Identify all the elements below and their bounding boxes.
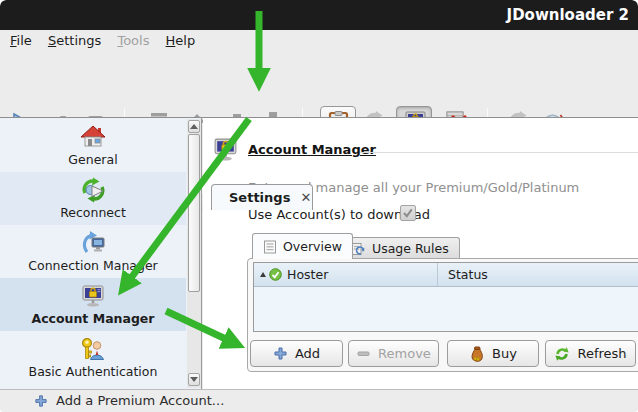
- key-user-icon: [80, 336, 106, 362]
- page-title: Account Manager: [248, 142, 376, 157]
- status-text: Add a Premium Account...: [56, 390, 224, 412]
- refresh-button[interactable]: Refresh: [545, 340, 636, 367]
- column-label: Status: [448, 267, 488, 282]
- tab-label: Overview: [283, 239, 342, 254]
- tab-overview[interactable]: Overview: [252, 233, 353, 259]
- menu-settings[interactable]: Settings: [42, 32, 107, 49]
- sidebar-scrollbar[interactable]: [187, 119, 201, 388]
- tab-label: Settings: [229, 190, 290, 205]
- refresh-icon: [554, 346, 570, 362]
- jdownloader-window: JDownloader 2 File Settings Tools Help: [0, 0, 638, 412]
- column-label: Hoster: [287, 267, 328, 282]
- reconnect-globe-icon: [80, 177, 107, 203]
- button-label: Buy: [492, 346, 517, 361]
- home-icon: [80, 124, 106, 150]
- sidebar-item-label: Account Manager: [31, 311, 154, 326]
- check-icon: [402, 207, 414, 219]
- menu-help[interactable]: Help: [160, 32, 202, 49]
- close-icon[interactable]: ✕: [300, 193, 311, 203]
- remove-button: Remove: [348, 340, 439, 367]
- scrollbar-thumb[interactable]: [188, 134, 200, 292]
- title-rule: [360, 152, 638, 153]
- sidebar-item-label: Basic Authentication: [29, 364, 158, 379]
- plus-icon: [273, 346, 288, 361]
- list-page-arrow-icon: [351, 242, 366, 256]
- menu-tools: Tools: [111, 32, 155, 49]
- toolbar: [0, 52, 638, 92]
- buy-button[interactable]: Buy: [447, 340, 539, 367]
- tab-content-divider: [0, 117, 638, 118]
- monitor-lock-icon: [80, 283, 106, 309]
- tab-settings[interactable]: Settings ✕: [211, 184, 313, 210]
- connections-icon: [80, 230, 106, 256]
- enabled-column-header[interactable]: [254, 263, 287, 286]
- main-tabbar: Downloads LinkGrabber Settings ✕ My My.J…: [0, 92, 638, 118]
- button-label: Remove: [378, 346, 431, 361]
- table-header: Hoster Status: [254, 263, 638, 287]
- scroll-down-icon[interactable]: [188, 373, 200, 386]
- sidebar-item-reconnect[interactable]: Reconnect: [0, 172, 186, 225]
- sort-ascending-icon: [260, 272, 266, 277]
- titlebar: JDownloader 2: [0, 0, 638, 30]
- money-bag-icon: [469, 345, 485, 362]
- plus-icon: [34, 394, 48, 411]
- green-check-icon: [269, 268, 282, 281]
- sidebar-item-general[interactable]: General: [0, 119, 186, 172]
- use-accounts-checkbox[interactable]: [400, 205, 416, 221]
- tab-usage-rules[interactable]: Usage Rules: [340, 237, 460, 259]
- sidebar-item-connection-manager[interactable]: Connection Manager: [0, 225, 186, 278]
- sidebar-item-basic-authentication[interactable]: Basic Authentication: [0, 331, 186, 384]
- list-page-icon: [263, 240, 277, 254]
- column-header-hoster[interactable]: Hoster: [287, 263, 438, 286]
- statusbar: Add a Premium Account...: [0, 389, 638, 412]
- minus-icon: [356, 346, 371, 361]
- add-button[interactable]: Add: [250, 340, 343, 367]
- window-title: JDownloader 2: [507, 0, 629, 30]
- column-header-status[interactable]: Status: [438, 263, 638, 286]
- menu-file[interactable]: File: [4, 32, 38, 49]
- button-label: Refresh: [577, 346, 626, 361]
- accounts-table: Hoster Status: [253, 262, 638, 332]
- tab-label: Usage Rules: [372, 241, 449, 256]
- button-label: Add: [295, 346, 320, 361]
- account-manager-header-icon: [212, 136, 239, 166]
- scroll-up-icon[interactable]: [188, 120, 200, 133]
- sidebar-item-label: Reconnect: [60, 205, 126, 220]
- sidebar-item-label: Connection Manager: [28, 258, 158, 273]
- settings-sidebar: General Reconnect Connection Manager: [0, 118, 202, 389]
- sidebar-item-label: General: [68, 152, 117, 167]
- sidebar-item-account-manager[interactable]: Account Manager: [0, 278, 186, 331]
- menubar: File Settings Tools Help: [0, 30, 638, 52]
